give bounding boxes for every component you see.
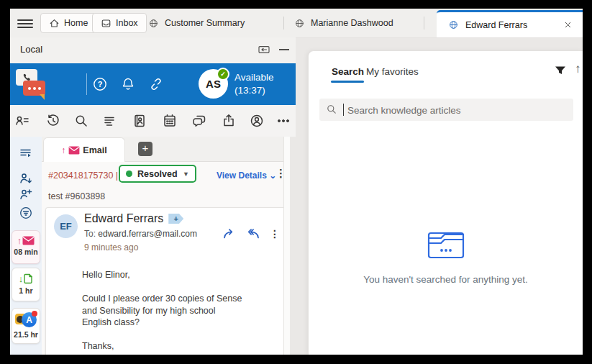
folder-icon [427, 228, 465, 260]
email-tab[interactable]: ↑ Email [43, 137, 125, 162]
sender-name: Edward Ferrars [84, 212, 163, 225]
conversation-tabstrip: ↑ Email + [42, 137, 290, 162]
knowledge-search-panel: Search My favorites ↑ You haven't search… [308, 50, 583, 355]
user-plus-icon[interactable] [19, 187, 33, 201]
search-icon [326, 104, 337, 115]
more-options-icon[interactable] [275, 113, 291, 129]
agent-profile-icon[interactable] [249, 113, 265, 129]
tab-customer-summary[interactable]: Customer Summary [148, 9, 245, 37]
minimize-icon[interactable] [279, 49, 289, 50]
tab-label: Customer Summary [165, 18, 245, 28]
calendar-icon[interactable] [162, 113, 178, 129]
tab-my-favorites[interactable]: My favorites [366, 66, 419, 77]
add-contact-tag[interactable]: + [168, 214, 183, 224]
share-icon[interactable] [221, 113, 237, 129]
search-icon[interactable] [73, 113, 89, 129]
session-card-apps[interactable]: A 21.5 hr [12, 308, 40, 344]
unlink-icon[interactable] [148, 76, 164, 92]
empty-state-message: You haven't searched for anything yet. [309, 274, 583, 285]
chat-bubble-icon [23, 81, 45, 96]
session-rail: ↑ 08 min ↓ 1 hr [10, 137, 42, 355]
notifications-bell-icon[interactable] [120, 76, 136, 92]
to-label: To: [84, 229, 96, 239]
tab-label: Edward Ferrars [465, 20, 527, 30]
presence-available-badge: ✓ [217, 68, 229, 81]
knowledge-search-box[interactable] [319, 99, 573, 121]
inbox-icon [101, 18, 111, 29]
view-details-link[interactable]: View Details ⌄ [217, 170, 276, 181]
reply-all-icon[interactable] [246, 227, 260, 241]
tab-search[interactable]: Search [332, 66, 364, 77]
sort-arrow-icon[interactable]: ↑ [575, 62, 581, 76]
email-message-card: EF Edward Ferrars + To: edward.ferrars@m… [45, 207, 288, 355]
presence-bar: ? AS ✓ Available (13:37) [10, 63, 296, 105]
queue-list-icon[interactable] [19, 146, 33, 160]
tab-separator [283, 17, 284, 29]
notification-dot [32, 311, 37, 317]
hamburger-menu-icon[interactable] [17, 17, 33, 29]
home-label: Home [64, 18, 88, 28]
status-text: Available [234, 71, 274, 84]
to-address: edward.ferrars@mail.com [98, 229, 197, 239]
contacts-list-icon[interactable] [14, 113, 30, 129]
case-header: #203418175730 | Resolved ▼ View Details … [42, 161, 290, 190]
status-dot [126, 170, 132, 177]
email-tab-label: Email [83, 145, 106, 155]
omnichannel-phone-icon[interactable] [16, 68, 49, 100]
document-icon [23, 273, 33, 284]
globe-icon [294, 18, 305, 29]
dock-panel-icon[interactable] [258, 45, 270, 55]
history-icon[interactable] [45, 113, 61, 129]
presence-status[interactable]: Available (13:37) [234, 71, 274, 97]
svg-text:?: ? [98, 80, 103, 88]
session-area: ↑ 08 min ↓ 1 hr [10, 137, 296, 355]
status-label: Resolved [137, 169, 178, 179]
chat-icon[interactable] [191, 113, 207, 129]
globe-icon [148, 18, 159, 29]
inbox-button[interactable]: Inbox [92, 13, 147, 33]
widget-header: Local [10, 37, 296, 63]
forward-icon[interactable] [222, 227, 237, 241]
filter-circle-icon[interactable] [19, 206, 33, 220]
home-button[interactable]: Home [40, 13, 96, 33]
inbox-label: Inbox [116, 18, 138, 28]
agent-avatar[interactable]: AS ✓ [199, 69, 228, 99]
email-more-icon[interactable]: ⋮ [270, 228, 280, 240]
active-tab-underline [331, 81, 364, 83]
arrow-up-icon: ↑ [17, 237, 22, 245]
text-caret [343, 104, 344, 116]
session-card-incoming[interactable]: ↓ 1 hr [12, 268, 40, 301]
email-icon [22, 236, 35, 245]
scrollbar[interactable] [283, 137, 290, 355]
tab-marianne-dashwood[interactable]: Marianne Dashwood [294, 9, 393, 37]
email-body: Hello Elinor, Could I please order 30 co… [82, 269, 274, 355]
tab-label: Marianne Dashwood [311, 18, 393, 28]
tab-edward-ferrars-active[interactable]: Edward Ferrars [437, 10, 583, 37]
empty-state: You haven't searched for anything yet. [309, 228, 583, 285]
recipient-line: To: edward.ferrars@mail.com [84, 229, 197, 239]
email-icon [68, 146, 80, 155]
search-input[interactable] [346, 99, 569, 122]
case-number: #203418175730 | [48, 170, 118, 181]
globe-icon [448, 19, 459, 30]
user-arrow-down-icon[interactable] [19, 171, 33, 186]
arrow-up-icon: ↑ [61, 145, 65, 155]
avatar-initials: AS [206, 78, 221, 90]
app-window: Home Inbox Customer Summary Marianne Das… [0, 0, 592, 364]
help-icon[interactable]: ? [92, 76, 108, 92]
new-tab-button[interactable]: + [138, 142, 152, 156]
filter-icon[interactable] [553, 63, 568, 78]
email-timestamp: 9 minutes ago [84, 242, 138, 252]
queue-lines-icon[interactable] [101, 113, 117, 129]
chevron-down-icon: ▼ [183, 170, 189, 178]
status-time: (13:37) [234, 84, 274, 97]
close-tab-icon[interactable] [561, 19, 574, 32]
divider [86, 73, 87, 95]
session-timer: 08 min [12, 247, 40, 256]
contact-card-icon[interactable] [132, 113, 147, 129]
communication-widget-panel: Local ? [10, 37, 296, 355]
conversation-toolbar [10, 105, 296, 137]
session-card-email-active[interactable]: ↑ 08 min [12, 230, 40, 264]
status-dropdown[interactable]: Resolved ▼ [119, 165, 196, 183]
top-navigation-bar: Home Inbox Customer Summary Marianne Das… [10, 9, 583, 38]
